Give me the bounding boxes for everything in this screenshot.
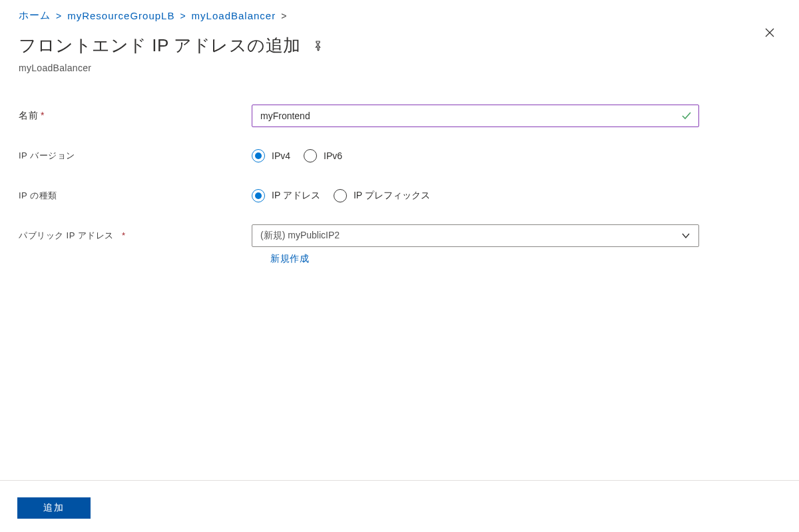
create-new-link-row: 新規作成 bbox=[270, 253, 799, 265]
name-label: 名前* bbox=[19, 110, 252, 122]
breadcrumb-separator-icon: > bbox=[180, 11, 186, 21]
chevron-down-icon bbox=[680, 230, 692, 242]
radio-icon bbox=[252, 149, 265, 162]
form: 名前* IP バージョン bbox=[0, 73, 799, 265]
radio-ip-address-label: IP アドレス bbox=[272, 190, 320, 202]
ip-version-radiogroup: IPv4 IPv6 bbox=[252, 149, 342, 162]
close-icon[interactable] bbox=[762, 25, 778, 41]
radio-ip-address[interactable]: IP アドレス bbox=[252, 189, 320, 202]
add-button[interactable]: 追加 bbox=[17, 497, 91, 519]
radio-icon bbox=[304, 149, 317, 162]
breadcrumb-separator-icon: > bbox=[56, 11, 62, 21]
ip-type-radiogroup: IP アドレス IP プレフィックス bbox=[252, 189, 430, 202]
form-row-ip-type: IP の種類 IP アドレス IP プレフィックス bbox=[19, 182, 799, 209]
radio-ipv4-label: IPv4 bbox=[272, 150, 290, 161]
public-ip-label: パブリック IP アドレス * bbox=[19, 230, 252, 242]
breadcrumb-separator-icon: > bbox=[281, 11, 287, 21]
pin-icon[interactable] bbox=[312, 40, 324, 52]
form-row-name: 名前* bbox=[19, 103, 799, 129]
ip-type-label: IP の種類 bbox=[19, 190, 252, 202]
form-row-public-ip: パブリック IP アドレス * (新規) myPublicIP2 bbox=[19, 222, 799, 249]
radio-icon bbox=[334, 189, 347, 202]
page-subtitle: myLoadBalancer bbox=[0, 57, 799, 73]
footer-separator bbox=[0, 480, 799, 481]
radio-ip-prefix-label: IP プレフィックス bbox=[354, 190, 430, 202]
checkmark-icon bbox=[680, 110, 692, 122]
breadcrumb: ホーム > myResourceGroupLB > myLoadBalancer… bbox=[0, 0, 799, 22]
radio-ipv6[interactable]: IPv6 bbox=[304, 149, 342, 162]
radio-ip-prefix[interactable]: IP プレフィックス bbox=[334, 189, 430, 202]
create-new-link[interactable]: 新規作成 bbox=[270, 253, 309, 264]
page-title: フロントエンド IP アドレスの追加 bbox=[19, 34, 301, 57]
breadcrumb-home[interactable]: ホーム bbox=[19, 9, 51, 22]
public-ip-dropdown[interactable]: (新規) myPublicIP2 bbox=[252, 224, 699, 247]
form-row-ip-version: IP バージョン IPv4 IPv6 bbox=[19, 142, 799, 169]
breadcrumb-load-balancer[interactable]: myLoadBalancer bbox=[192, 10, 276, 21]
name-input[interactable] bbox=[252, 105, 699, 127]
radio-icon bbox=[252, 189, 265, 202]
public-ip-selected-value: (新規) myPublicIP2 bbox=[260, 230, 340, 242]
breadcrumb-resource-group[interactable]: myResourceGroupLB bbox=[67, 10, 174, 21]
footer: 追加 bbox=[17, 497, 91, 519]
title-row: フロントエンド IP アドレスの追加 bbox=[0, 22, 799, 57]
radio-ipv4[interactable]: IPv4 bbox=[252, 149, 290, 162]
ip-version-label: IP バージョン bbox=[19, 150, 252, 162]
radio-ipv6-label: IPv6 bbox=[324, 150, 342, 161]
